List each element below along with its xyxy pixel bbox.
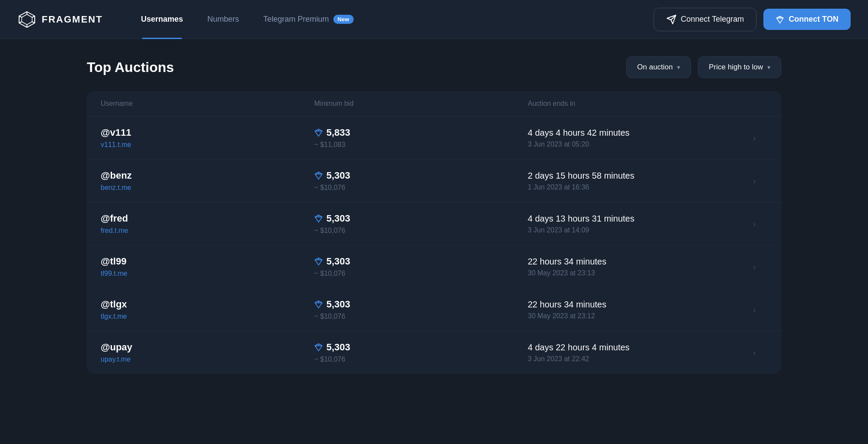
connect-ton-button[interactable]: Connect TON: [763, 9, 851, 30]
username-handle: @tl99: [101, 256, 314, 267]
username-link[interactable]: v111.t.me: [101, 141, 314, 149]
logo-icon: [17, 10, 36, 29]
logo-text: FRAGMENT: [42, 14, 103, 25]
row-arrow-icon: ›: [741, 133, 767, 143]
username-handle: @benz: [101, 170, 314, 181]
username-link[interactable]: upay.t.me: [101, 356, 314, 363]
auction-time: 4 days 4 hours 42 minutes: [528, 128, 741, 138]
username-link[interactable]: benz.t.me: [101, 184, 314, 192]
table-row[interactable]: @fred fred.t.me 5,303 ~ $10,076 4 days 1…: [87, 202, 781, 245]
auction-time: 4 days 22 hours 4 minutes: [528, 343, 741, 353]
username-link[interactable]: fred.t.me: [101, 227, 314, 235]
bid-usd-value: ~ $10,076: [314, 227, 528, 235]
chevron-down-icon-2: ▾: [767, 64, 770, 71]
chevron-down-icon: ▾: [677, 64, 680, 71]
status-filter-label: On auction: [637, 63, 673, 72]
bid-ton-value: 5,303: [326, 299, 350, 310]
new-badge: New: [333, 15, 354, 24]
main-nav: Usernames Numbers Telegram Premium New: [129, 0, 654, 39]
connect-telegram-button[interactable]: Connect Telegram: [654, 8, 757, 31]
bid-cell: 5,303 ~ $10,076: [314, 342, 528, 363]
username-cell: @tlgx tlgx.t.me: [101, 299, 314, 320]
auction-date: 3 Jun 2023 at 05:20: [528, 140, 741, 148]
auction-time: 2 days 15 hours 58 minutes: [528, 171, 741, 181]
bid-ton-value: 5,833: [326, 127, 350, 138]
section-title: Top Auctions: [87, 59, 174, 75]
username-cell: @fred fred.t.me: [101, 213, 314, 235]
nav-item-telegram-premium[interactable]: Telegram Premium New: [251, 0, 366, 39]
username-cell: @v111 v111.t.me: [101, 127, 314, 149]
username-cell: @upay upay.t.me: [101, 342, 314, 363]
auction-table: Username Minimum bid Auction ends in @v1…: [87, 91, 781, 374]
bid-cell: 5,303 ~ $10,076: [314, 170, 528, 192]
auction-end-cell: 22 hours 34 minutes 30 May 2023 at 23:13: [528, 257, 741, 277]
auction-end-cell: 2 days 15 hours 58 minutes 1 Jun 2023 at…: [528, 171, 741, 191]
auction-end-cell: 22 hours 34 minutes 30 May 2023 at 23:12: [528, 300, 741, 320]
auction-date: 30 May 2023 at 23:12: [528, 312, 741, 320]
ton-icon: [314, 128, 323, 137]
table-row[interactable]: @v111 v111.t.me 5,833 ~ $11,083 4 days 4…: [87, 117, 781, 160]
auction-date: 3 Jun 2023 at 22:42: [528, 355, 741, 363]
ton-icon: [314, 171, 323, 180]
bid-usd-value: ~ $11,083: [314, 141, 528, 149]
bid-cell: 5,833 ~ $11,083: [314, 127, 528, 149]
sort-filter-button[interactable]: Price high to low ▾: [698, 56, 781, 78]
header: FRAGMENT Usernames Numbers Telegram Prem…: [0, 0, 868, 39]
auction-time: 4 days 13 hours 31 minutes: [528, 214, 741, 224]
ton-icon: [314, 214, 323, 223]
username-handle: @upay: [101, 342, 314, 353]
username-link[interactable]: tlgx.t.me: [101, 313, 314, 320]
status-filter-button[interactable]: On auction ▾: [626, 56, 691, 78]
col-auction-ends: Auction ends in: [528, 100, 741, 108]
bid-amount: 5,303: [314, 299, 528, 310]
bid-amount: 5,303: [314, 213, 528, 224]
bid-usd-value: ~ $10,076: [314, 356, 528, 363]
bid-ton-value: 5,303: [326, 342, 350, 353]
telegram-icon: [666, 14, 677, 25]
bid-amount: 5,833: [314, 127, 528, 138]
auction-date: 1 Jun 2023 at 16:36: [528, 183, 741, 191]
auction-end-cell: 4 days 22 hours 4 minutes 3 Jun 2023 at …: [528, 343, 741, 363]
username-link[interactable]: tl99.t.me: [101, 270, 314, 278]
ton-icon: [314, 343, 323, 352]
bid-cell: 5,303 ~ $10,076: [314, 213, 528, 235]
col-arrow-placeholder: [741, 100, 767, 108]
bid-usd-value: ~ $10,076: [314, 270, 528, 278]
row-arrow-icon: ›: [741, 348, 767, 358]
auction-end-cell: 4 days 4 hours 42 minutes 3 Jun 2023 at …: [528, 128, 741, 148]
filter-controls: On auction ▾ Price high to low ▾: [626, 56, 781, 78]
table-row[interactable]: @benz benz.t.me 5,303 ~ $10,076 2 days 1…: [87, 160, 781, 202]
username-handle: @v111: [101, 127, 314, 138]
bid-amount: 5,303: [314, 342, 528, 353]
table-header: Username Minimum bid Auction ends in: [87, 91, 781, 117]
auction-time: 22 hours 34 minutes: [528, 300, 741, 310]
bid-amount: 5,303: [314, 256, 528, 267]
username-cell: @tl99 tl99.t.me: [101, 256, 314, 278]
section-header: Top Auctions On auction ▾ Price high to …: [87, 56, 781, 78]
bid-ton-value: 5,303: [326, 213, 350, 224]
row-arrow-icon: ›: [741, 262, 767, 272]
main-content: Top Auctions On auction ▾ Price high to …: [0, 39, 868, 391]
row-arrow-icon: ›: [741, 219, 767, 229]
bid-usd-value: ~ $10,076: [314, 184, 528, 192]
auction-date: 3 Jun 2023 at 14:09: [528, 226, 741, 234]
bid-cell: 5,303 ~ $10,076: [314, 256, 528, 278]
username-handle: @tlgx: [101, 299, 314, 310]
table-row[interactable]: @upay upay.t.me 5,303 ~ $10,076 4 days 2…: [87, 331, 781, 374]
bid-ton-value: 5,303: [326, 256, 350, 267]
table-row[interactable]: @tl99 tl99.t.me 5,303 ~ $10,076 22 hours…: [87, 245, 781, 288]
logo[interactable]: FRAGMENT: [17, 10, 103, 29]
col-username: Username: [101, 100, 314, 108]
auction-date: 30 May 2023 at 23:13: [528, 269, 741, 277]
nav-item-usernames[interactable]: Usernames: [129, 0, 195, 39]
bid-usd-value: ~ $10,076: [314, 313, 528, 320]
ton-icon: [314, 300, 323, 309]
svg-marker-1: [22, 14, 32, 25]
auction-end-cell: 4 days 13 hours 31 minutes 3 Jun 2023 at…: [528, 214, 741, 234]
header-actions: Connect Telegram Connect TON: [654, 8, 851, 31]
table-body: @v111 v111.t.me 5,833 ~ $11,083 4 days 4…: [87, 117, 781, 374]
nav-item-numbers[interactable]: Numbers: [195, 0, 251, 39]
table-row[interactable]: @tlgx tlgx.t.me 5,303 ~ $10,076 22 hours…: [87, 288, 781, 331]
username-handle: @fred: [101, 213, 314, 224]
bid-ton-value: 5,303: [326, 170, 350, 181]
